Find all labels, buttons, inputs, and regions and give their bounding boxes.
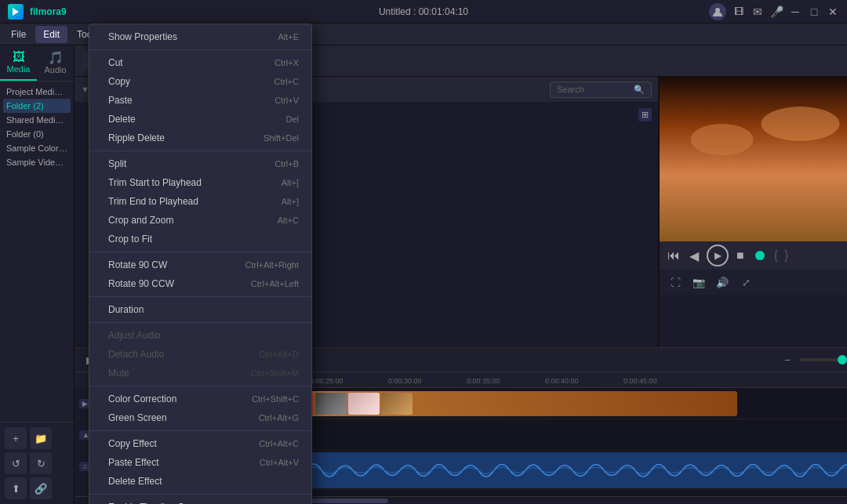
left-tools: + 📁 ↺ ↻ ⬆ 🔗 bbox=[0, 422, 74, 504]
ctx-ripple-delete[interactable]: Ripple Delete Shift+Del bbox=[89, 129, 311, 147]
ctx-separator bbox=[89, 386, 311, 386]
link-button[interactable]: 🔗 bbox=[30, 477, 52, 499]
search-icon: 🔍 bbox=[634, 85, 645, 95]
titlebar: filmora9 Untitled : 00:01:04:10 🎞 ✉ 🎤 ─ … bbox=[0, 0, 847, 24]
ctx-shortcut: Ctrl+Alt+Right bbox=[245, 260, 299, 270]
context-menu: Show Properties Alt+E Cut Ctrl+X Copy Ct… bbox=[89, 24, 312, 504]
ruler-mark: 0:00:30:00 bbox=[388, 372, 422, 387]
ctx-label: Rotate 90 CCW bbox=[108, 278, 174, 289]
layout-toggle[interactable]: ⊞ bbox=[638, 108, 652, 121]
preview-scene: > . < bbox=[660, 77, 847, 241]
redo-button[interactable]: ↻ bbox=[30, 452, 52, 474]
ctx-duration[interactable]: Duration bbox=[89, 300, 311, 319]
rewind-button[interactable]: ⏮ bbox=[666, 247, 682, 264]
list-item[interactable]: Sample Colors (1 bbox=[3, 141, 71, 155]
ctx-separator bbox=[89, 252, 311, 252]
ctx-green-screen[interactable]: Green Screen Ctrl+Alt+G bbox=[89, 408, 311, 427]
list-item[interactable]: Folder (0) bbox=[3, 127, 71, 141]
filmstrip-icon[interactable]: 🎞 bbox=[732, 5, 745, 18]
ctx-label: Copy Effect bbox=[108, 438, 157, 449]
zoom-track[interactable] bbox=[800, 358, 847, 361]
svg-point-4 bbox=[762, 107, 840, 141]
preview-bottom-tools: ⛶ 📷 🔊 ⤢ bbox=[660, 270, 847, 295]
ctx-copy-effect[interactable]: Copy Effect Ctrl+Alt+C bbox=[89, 434, 311, 453]
ctx-delete-effect[interactable]: Delete Effect bbox=[89, 472, 311, 491]
add-folder-button[interactable]: 📁 bbox=[30, 427, 52, 449]
list-item[interactable]: Project Media (2 bbox=[3, 85, 71, 99]
ruler-mark: 0:00:25:00 bbox=[310, 372, 344, 387]
tab-audio[interactable]: 🎵 Audio bbox=[37, 45, 74, 81]
list-item[interactable]: Sample Video (2 bbox=[3, 155, 71, 169]
zoom-slider: − + bbox=[778, 350, 847, 369]
ctx-delete[interactable]: Delete Del bbox=[89, 110, 311, 129]
mail-icon[interactable]: ✉ bbox=[751, 5, 764, 18]
ctx-shortcut: Ctrl+Alt+Left bbox=[251, 279, 299, 288]
ctx-shortcut: Ctrl+Alt+D bbox=[259, 350, 299, 359]
ctx-rotate-ccw[interactable]: Rotate 90 CCW Ctrl+Alt+Left bbox=[89, 274, 311, 293]
stop-button[interactable]: ■ bbox=[735, 247, 746, 264]
ctx-enable-snap[interactable]: ✓ Enable Timeline Snap bbox=[89, 498, 311, 504]
ctx-label: Detach Audio bbox=[108, 349, 164, 360]
svg-marker-0 bbox=[13, 8, 19, 16]
list-item[interactable]: Folder (2) bbox=[3, 99, 71, 113]
list-item[interactable]: Shared Media (0 bbox=[3, 113, 71, 127]
user-icon[interactable] bbox=[709, 3, 726, 20]
ctx-separator bbox=[89, 49, 311, 50]
step-back-button[interactable]: ◀ bbox=[688, 247, 700, 265]
menu-edit[interactable]: Edit bbox=[35, 26, 67, 43]
left-panel: 🖼 Media 🎵 Audio Project Media (2 Folder … bbox=[0, 45, 75, 504]
ctx-shortcut: Alt+] bbox=[282, 197, 299, 206]
ctx-shortcut: Del bbox=[285, 114, 299, 124]
ctx-paste[interactable]: Paste Ctrl+V bbox=[89, 91, 311, 110]
bracket-left[interactable]: { bbox=[774, 248, 778, 263]
window-title: Untitled : 00:01:04:10 bbox=[379, 6, 468, 17]
close-button[interactable]: ✕ bbox=[827, 5, 839, 18]
ctx-adjust-audio: Adjust Audio bbox=[89, 326, 311, 345]
ctx-detach-audio: Detach Audio Ctrl+Alt+D bbox=[89, 345, 311, 364]
ctx-paste-effect[interactable]: Paste Effect Ctrl+Alt+V bbox=[89, 453, 311, 472]
ctx-crop-fit[interactable]: Crop to Fit bbox=[89, 230, 311, 248]
media-list: Project Media (2 Folder (2) Shared Media… bbox=[0, 82, 74, 422]
ctx-label: Trim Start to Playhead bbox=[108, 177, 202, 188]
ctx-label: Cut bbox=[108, 57, 123, 68]
record-button[interactable] bbox=[755, 251, 765, 260]
expand-button[interactable]: ⤢ bbox=[736, 273, 755, 292]
tab-media[interactable]: 🖼 Media bbox=[0, 45, 37, 81]
snapshot-button[interactable]: 📷 bbox=[689, 273, 708, 292]
zoom-out-btn[interactable]: − bbox=[778, 350, 797, 369]
ctx-color-correction[interactable]: Color Correction Ctrl+Shift+C bbox=[89, 390, 311, 408]
ctx-shortcut: Ctrl+Alt+V bbox=[260, 458, 299, 467]
ctx-rotate-cw[interactable]: Rotate 90 CW Ctrl+Alt+Right bbox=[89, 256, 311, 274]
volume-button[interactable]: 🔊 bbox=[713, 273, 732, 292]
ctx-show-properties[interactable]: Show Properties Alt+E bbox=[89, 27, 311, 46]
ctx-copy[interactable]: Copy Ctrl+C bbox=[89, 72, 311, 91]
search-box[interactable]: Search 🔍 bbox=[550, 82, 652, 98]
ctx-label: Delete bbox=[108, 114, 136, 125]
ctx-separator bbox=[89, 430, 311, 431]
import-button[interactable]: ⬆ bbox=[5, 477, 27, 499]
ctx-trim-start[interactable]: Trim Start to Playhead Alt+[ bbox=[89, 173, 311, 192]
menu-file[interactable]: File bbox=[3, 26, 34, 43]
undo-button[interactable]: ↺ bbox=[5, 452, 27, 474]
ctx-shortcut: Alt+C bbox=[278, 216, 299, 225]
ctx-shortcut: Alt+[ bbox=[282, 178, 299, 187]
maximize-button[interactable]: □ bbox=[808, 5, 820, 18]
ctx-trim-end[interactable]: Trim End to Playhead Alt+] bbox=[89, 192, 311, 211]
ruler-mark: 0:00:40:00 bbox=[545, 372, 579, 387]
ctx-mute: Mute Ctrl+Shift+M bbox=[89, 364, 311, 383]
ctx-shortcut: Ctrl+Alt+C bbox=[259, 439, 299, 448]
minimize-button[interactable]: ─ bbox=[789, 5, 802, 18]
ctx-label: Rotate 90 CW bbox=[108, 259, 167, 270]
ctx-shortcut: Ctrl+Alt+G bbox=[259, 413, 299, 422]
play-button[interactable]: ▶ bbox=[707, 245, 729, 267]
ctx-crop-zoom[interactable]: Crop and Zoom Alt+C bbox=[89, 211, 311, 230]
bracket-right[interactable]: } bbox=[784, 248, 788, 263]
mic-icon[interactable]: 🎤 bbox=[770, 5, 783, 18]
ctx-split[interactable]: Split Ctrl+B bbox=[89, 154, 311, 173]
ctx-separator bbox=[89, 150, 311, 151]
ctx-cut[interactable]: Cut Ctrl+X bbox=[89, 53, 311, 72]
add-media-button[interactable]: + bbox=[5, 427, 27, 449]
ctx-shortcut: Alt+E bbox=[278, 32, 299, 42]
fullscreen-button[interactable]: ⛶ bbox=[666, 273, 685, 292]
ctx-label: Crop and Zoom bbox=[108, 215, 173, 226]
